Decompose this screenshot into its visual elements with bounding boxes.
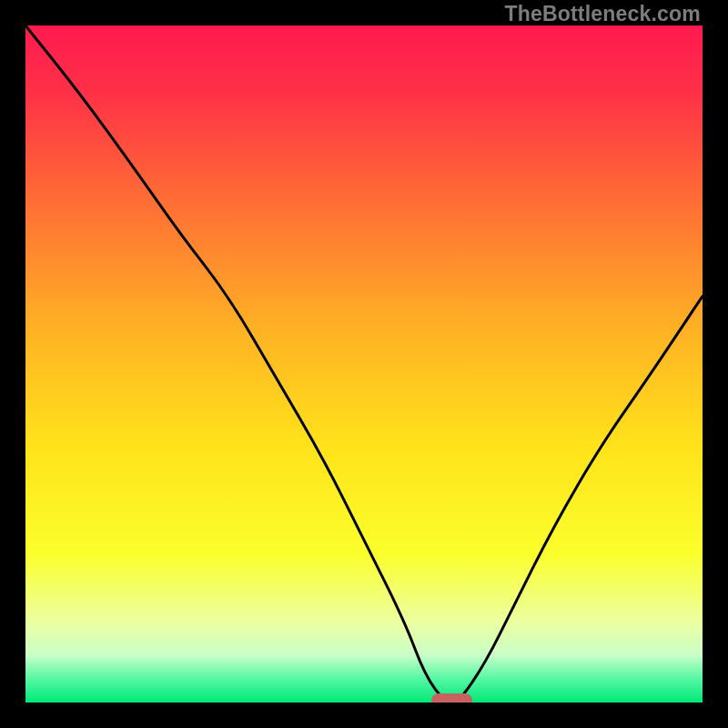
watermark-text: TheBottleneck.com [504,2,701,26]
bottleneck-curve [25,25,703,703]
optimum-marker [431,693,472,703]
plot-area [25,25,703,703]
chart-frame: TheBottleneck.com [0,0,728,728]
